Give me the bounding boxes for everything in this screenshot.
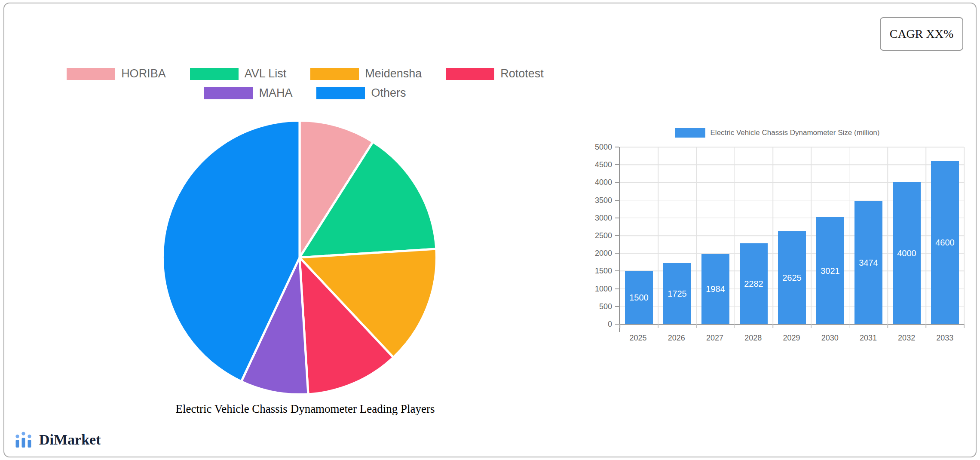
pie-legend: HORIBAAVL ListMeidenshaRototestMAHAOther… bbox=[4, 67, 606, 100]
legend-swatch-others bbox=[316, 87, 365, 99]
y-tick-mark bbox=[615, 306, 619, 307]
x-axis-labels: 202520262027202820292030203120322033 bbox=[619, 334, 964, 343]
bar-value-label: 4600 bbox=[931, 238, 959, 248]
pie-legend-row: HORIBAAVL ListMeidenshaRototest bbox=[4, 67, 606, 80]
bar-legend-label: Electric Vehicle Chassis Dynamometer Siz… bbox=[710, 129, 880, 137]
x-tick-mark bbox=[734, 324, 735, 328]
y-tick-mark bbox=[615, 164, 619, 165]
bar-plot-area: 150017251984228226253021347440004600 bbox=[619, 147, 964, 325]
y-tick-label: 0 bbox=[608, 320, 612, 329]
bar-slot-2031: 3474 bbox=[849, 147, 888, 324]
legend-swatch-horiba bbox=[67, 68, 115, 80]
pie-chart bbox=[160, 118, 439, 397]
bar-chart: Electric Vehicle Chassis Dynamometer Siz… bbox=[591, 127, 964, 343]
x-tick-mark bbox=[964, 324, 965, 328]
bar-chart-body: 0500100015002000250030003500400045005000… bbox=[591, 147, 964, 325]
bar-legend-swatch bbox=[675, 128, 705, 138]
legend-label: Rototest bbox=[500, 67, 544, 80]
x-tick-mark bbox=[696, 324, 697, 328]
x-tick-label: 2031 bbox=[849, 334, 887, 343]
legend-swatch-maha bbox=[204, 87, 253, 99]
bar-slot-2033: 4600 bbox=[926, 147, 964, 324]
legend-item-others: Others bbox=[316, 86, 406, 100]
x-tick-mark bbox=[925, 324, 926, 328]
bar-slot-2026: 1725 bbox=[658, 147, 696, 324]
y-tick-mark bbox=[615, 288, 619, 289]
bar-value-label: 4000 bbox=[893, 248, 920, 258]
legend-item-horiba: HORIBA bbox=[67, 67, 166, 80]
x-tick-mark bbox=[619, 324, 620, 328]
y-tick-label: 2000 bbox=[595, 249, 612, 258]
pie-chart-title: Electric Vehicle Chassis Dynamometer Lea… bbox=[4, 402, 606, 416]
x-tick-label: 2027 bbox=[695, 334, 734, 343]
report-card: CAGR XX% HORIBAAVL ListMeidenshaRototest… bbox=[3, 3, 977, 457]
legend-swatch-avl-list bbox=[190, 68, 239, 80]
bar-2029: 2625 bbox=[778, 231, 805, 324]
bar-chart-legend: Electric Vehicle Chassis Dynamometer Siz… bbox=[591, 127, 964, 138]
y-tick-mark bbox=[615, 218, 619, 218]
y-tick-mark bbox=[615, 182, 619, 183]
y-tick-label: 4500 bbox=[595, 160, 612, 169]
dimarket-logo: DiMarket bbox=[15, 432, 101, 448]
bar-slot-2027: 1984 bbox=[696, 147, 735, 324]
legend-label: Others bbox=[371, 86, 406, 100]
y-tick-label: 2500 bbox=[595, 231, 612, 240]
pie-legend-row: MAHAOthers bbox=[4, 86, 606, 100]
x-tick-label: 2026 bbox=[657, 334, 695, 343]
y-axis: 0500100015002000250030003500400045005000 bbox=[591, 147, 619, 324]
bar-slot-2029: 2625 bbox=[773, 147, 811, 324]
bar-value-label: 1984 bbox=[701, 284, 729, 294]
x-tick-mark bbox=[849, 324, 850, 328]
bar-slot-2025: 1500 bbox=[620, 147, 658, 324]
y-tick-mark bbox=[615, 270, 619, 271]
y-tick-mark bbox=[615, 200, 619, 201]
legend-label: AVL List bbox=[245, 67, 287, 80]
x-tick-label: 2032 bbox=[888, 334, 926, 343]
x-tick-label: 2033 bbox=[926, 334, 964, 343]
bar-2025: 1500 bbox=[625, 271, 652, 324]
legend-item-meidensha: Meidensha bbox=[310, 67, 422, 80]
y-tick-mark bbox=[615, 235, 619, 236]
legend-label: MAHA bbox=[259, 86, 292, 100]
cagr-label: CAGR XX% bbox=[890, 27, 954, 41]
y-tick-label: 4000 bbox=[595, 178, 612, 187]
bar-slot-2028: 2282 bbox=[735, 147, 773, 324]
y-tick-mark bbox=[615, 324, 619, 325]
legend-item-rototest: Rototest bbox=[446, 67, 544, 80]
bars-layer: 150017251984228226253021347440004600 bbox=[620, 147, 964, 324]
y-tick-label: 1000 bbox=[595, 284, 612, 293]
bar-2026: 1725 bbox=[663, 263, 691, 324]
legend-swatch-rototest bbox=[446, 68, 494, 80]
y-tick-label: 3500 bbox=[595, 196, 612, 205]
x-tick-mark bbox=[811, 324, 812, 328]
bar-2028: 2282 bbox=[740, 243, 767, 324]
bar-2031: 3474 bbox=[854, 201, 882, 324]
y-tick-label: 1500 bbox=[595, 267, 612, 276]
legend-label: HORIBA bbox=[121, 67, 166, 80]
bar-value-label: 2282 bbox=[740, 279, 767, 288]
legend-label: Meidensha bbox=[365, 67, 422, 80]
y-tick-mark bbox=[615, 253, 619, 254]
bar-chart-logo-icon bbox=[15, 432, 35, 448]
bar-value-label: 1500 bbox=[625, 293, 652, 303]
y-tick-label: 5000 bbox=[595, 143, 612, 152]
y-tick-label: 500 bbox=[599, 302, 612, 311]
bar-value-label: 3474 bbox=[854, 258, 882, 267]
x-tick-mark bbox=[772, 324, 773, 328]
bar-value-label: 3021 bbox=[816, 266, 844, 276]
x-tick-label: 2028 bbox=[734, 334, 772, 343]
legend-item-maha: MAHA bbox=[204, 86, 292, 100]
y-tick-label: 3000 bbox=[595, 213, 612, 222]
bar-2027: 1984 bbox=[701, 254, 729, 324]
bar-value-label: 1725 bbox=[663, 288, 691, 298]
bar-value-label: 2625 bbox=[778, 273, 805, 282]
x-tick-label: 2029 bbox=[772, 334, 811, 343]
y-tick-mark bbox=[615, 147, 619, 147]
x-tick-label: 2030 bbox=[811, 334, 849, 343]
bar-2033: 4600 bbox=[931, 161, 959, 324]
bar-2032: 4000 bbox=[893, 182, 920, 324]
brand-name: DiMarket bbox=[39, 432, 101, 448]
x-tick-mark bbox=[658, 324, 658, 328]
legend-swatch-meidensha bbox=[310, 68, 359, 80]
legend-item-avl-list: AVL List bbox=[190, 67, 287, 80]
